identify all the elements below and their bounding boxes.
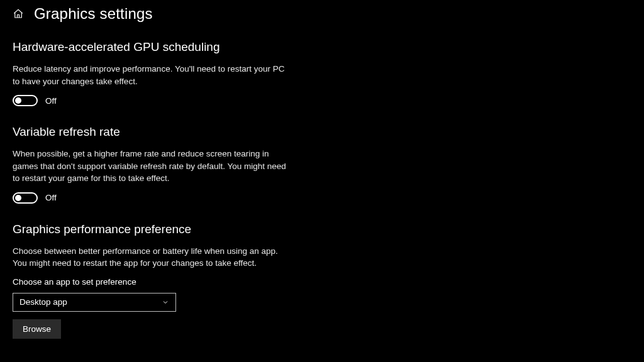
page-title: Graphics settings (34, 5, 153, 23)
section-gpu-scheduling: Hardware-accelerated GPU scheduling Redu… (13, 40, 289, 106)
toggle-row: Off (13, 192, 289, 204)
app-type-dropdown[interactable]: Desktop app (13, 293, 176, 312)
dropdown-value: Desktop app (19, 297, 67, 307)
section-description: Choose between better performance or bat… (13, 245, 289, 270)
vrr-toggle[interactable] (13, 192, 38, 204)
page-header: Graphics settings (13, 5, 631, 23)
section-title: Hardware-accelerated GPU scheduling (13, 40, 289, 54)
section-title: Variable refresh rate (13, 125, 289, 139)
toggle-knob-icon (15, 97, 21, 104)
toggle-state-label: Off (45, 96, 57, 106)
toggle-state-label: Off (45, 193, 57, 202)
chevron-down-icon (162, 299, 169, 306)
section-description: Reduce latency and improve performance. … (13, 63, 289, 87)
toggle-knob-icon (15, 195, 21, 201)
section-variable-refresh-rate: Variable refresh rate When possible, get… (13, 125, 289, 204)
browse-button[interactable]: Browse (13, 319, 61, 339)
home-icon[interactable] (13, 8, 24, 19)
section-description: When possible, get a higher frame rate a… (13, 148, 289, 185)
section-performance-preference: Graphics performance preference Choose b… (13, 222, 289, 339)
toggle-row: Off (13, 95, 289, 106)
app-select-label: Choose an app to set preference (13, 277, 289, 287)
gpu-scheduling-toggle[interactable] (13, 95, 38, 106)
section-title: Graphics performance preference (13, 222, 289, 236)
